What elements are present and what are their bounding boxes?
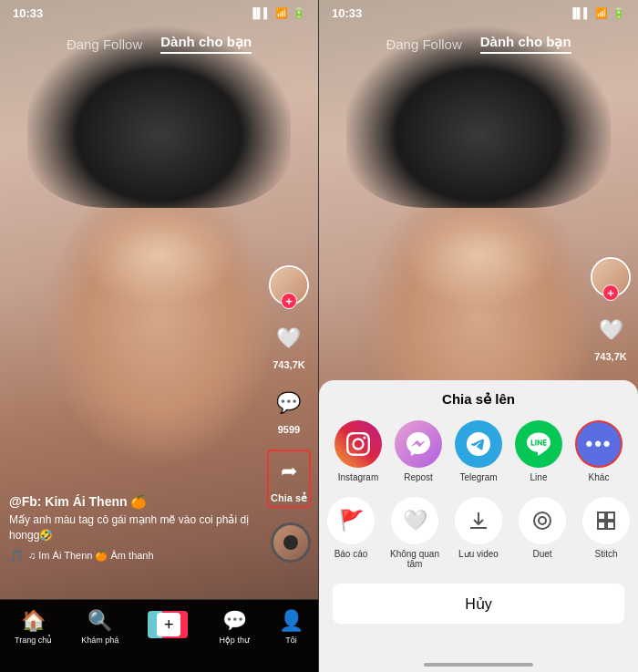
add-plus-icon: + — [157, 613, 180, 636]
top-nav: Đang Follow Dành cho bạn — [0, 26, 318, 62]
line-label: Line — [515, 472, 562, 482]
share-line[interactable]: Line — [515, 420, 562, 482]
left-screen: 10:33 ▐▌▌ 📶 🔋 Đang Follow Dành cho bạn +… — [0, 0, 319, 672]
right-screen: 10:33 ▐▌▌ 📶 🔋 Đang Follow Dành cho bạn +… — [319, 0, 638, 672]
action-report[interactable]: 🚩 Báo cáo — [327, 497, 375, 569]
video-caption: Mấy anh màu tag cô gái mạnh mẽ vào coi p… — [9, 512, 263, 543]
follow-plus-badge: + — [281, 293, 297, 309]
share-telegram[interactable]: Telegram — [455, 420, 502, 482]
messenger-icon — [395, 420, 442, 468]
save-video-icon — [455, 497, 502, 544]
cancel-button[interactable]: Hủy — [333, 584, 624, 624]
svg-rect-4 — [598, 522, 605, 529]
action-not-interested[interactable]: 🤍 Không quan tâm — [391, 497, 438, 569]
telegram-icon — [455, 420, 502, 468]
action-options-row: 🚩 Báo cáo 🤍 Không quan tâm Lưu video — [319, 497, 638, 569]
bottom-navigation: 🏠 Trang chủ 🔍 Khám phá + 💬 Hộp thư 👤 Tôi — [0, 599, 318, 672]
instagram-label: Instagram — [334, 472, 382, 482]
svg-point-0 — [534, 512, 551, 529]
nav-home[interactable]: 🏠 Trang chủ — [15, 609, 52, 645]
follow-plus-badge-right: + — [602, 284, 619, 301]
status-icons-right: ▐▌▌ 📶 🔋 — [570, 7, 625, 19]
profile-label: Tôi — [285, 636, 297, 645]
line-icon — [515, 420, 562, 468]
action-save-video[interactable]: Lưu video — [455, 497, 502, 569]
svg-rect-5 — [607, 522, 614, 529]
battery-icon-right: 🔋 — [612, 7, 625, 19]
duet-label: Duet — [515, 549, 570, 559]
share-more[interactable]: ••• Khác — [575, 420, 623, 482]
creator-avatar-right[interactable]: + — [591, 257, 631, 297]
heart-icon-right: 🤍 — [592, 312, 629, 348]
nav-following[interactable]: Đang Follow — [67, 36, 142, 52]
profile-icon: 👤 — [279, 609, 304, 633]
share-label: Chia sẻ — [271, 492, 307, 504]
like-count-right: 743,7K — [594, 351, 626, 362]
like-count: 743,7K — [273, 359, 304, 370]
comment-button[interactable]: 💬 9599 — [271, 385, 307, 435]
svg-rect-3 — [607, 512, 614, 520]
status-bar: 10:33 ▐▌▌ 📶 🔋 — [0, 0, 318, 26]
music-text: ♫ Im Ái Thenn 🍊 Âm thanh — [28, 550, 154, 562]
action-stitch[interactable]: Stitch — [582, 497, 630, 569]
status-icons: ▐▌▌ 📶 🔋 — [250, 7, 305, 19]
report-icon: 🚩 — [327, 497, 375, 544]
not-interested-icon: 🤍 — [391, 497, 438, 544]
nav-add[interactable]: + — [148, 609, 190, 638]
add-button-inner: + — [148, 611, 190, 638]
inbox-icon: 💬 — [222, 609, 247, 633]
wifi-icon-right: 📶 — [595, 7, 608, 19]
comment-icon: 💬 — [271, 385, 307, 421]
nav-profile[interactable]: 👤 Tôi — [279, 609, 304, 645]
top-nav-right: Đang Follow Dành cho bạn — [319, 26, 638, 62]
right-sidebar: + 🤍 743,7K 💬 9599 ➦ Chia sẻ — [267, 265, 311, 508]
wifi-icon: 📶 — [275, 7, 288, 19]
not-interested-label: Không quan tâm — [387, 549, 442, 569]
more-icon: ••• — [575, 420, 623, 468]
share-button[interactable]: ➦ Chia sẻ — [267, 450, 311, 508]
right-sidebar-right: + 🤍 743,7K — [591, 257, 631, 362]
share-panel: Chia sẻ lên Instagram Repost — [319, 380, 638, 672]
creator-username: @Fb: Kim Ái Thenn 🍊 — [9, 494, 263, 509]
home-label: Trang chủ — [15, 636, 52, 645]
status-time: 10:33 — [13, 6, 43, 20]
stitch-icon — [582, 497, 630, 544]
music-info: 🎵 ♫ Im Ái Thenn 🍊 Âm thanh — [9, 549, 263, 563]
heart-icon: 🤍 — [271, 320, 307, 357]
explore-label: Khám phá — [81, 636, 118, 645]
share-panel-title: Chia sẻ lên — [442, 391, 515, 408]
status-bar-right: 10:33 ▐▌▌ 📶 🔋 — [319, 0, 638, 26]
svg-point-1 — [539, 517, 546, 524]
music-note-icon: 🎵 — [9, 549, 24, 563]
like-button[interactable]: 🤍 743,7K — [271, 320, 307, 370]
share-icon: ➦ — [271, 453, 307, 490]
home-indicator — [424, 663, 533, 667]
cancel-label: Hủy — [465, 595, 492, 613]
nav-inbox[interactable]: 💬 Hộp thư — [219, 609, 250, 645]
stitch-label: Stitch — [579, 549, 633, 559]
telegram-label: Telegram — [455, 472, 502, 482]
search-icon: 🔍 — [87, 609, 112, 633]
repost-label: Repost — [395, 472, 442, 482]
action-duet[interactable]: Duet — [519, 497, 566, 569]
music-disc — [271, 522, 311, 563]
nav-explore[interactable]: 🔍 Khám phá — [81, 609, 118, 645]
inbox-label: Hộp thư — [219, 636, 250, 645]
share-options-row: Instagram Repost Telegram — [325, 420, 632, 482]
video-info: @Fb: Kim Ái Thenn 🍊 Mấy anh màu tag cô g… — [9, 494, 263, 563]
home-icon: 🏠 — [21, 609, 46, 633]
signal-icon: ▐▌▌ — [250, 7, 271, 18]
svg-rect-2 — [598, 512, 605, 520]
nav-for-you[interactable]: Dành cho bạn — [160, 34, 252, 54]
more-label: Khác — [575, 472, 623, 482]
like-button-right[interactable]: 🤍 743,7K — [592, 312, 629, 362]
report-label: Báo cáo — [324, 549, 378, 559]
battery-icon: 🔋 — [293, 7, 305, 19]
share-repost[interactable]: Repost — [395, 420, 442, 482]
save-video-label: Lưu video — [451, 549, 506, 559]
creator-avatar[interactable]: + — [269, 265, 309, 305]
comment-count: 9599 — [278, 424, 300, 435]
share-instagram[interactable]: Instagram — [334, 420, 382, 482]
nav-for-you-right[interactable]: Dành cho bạn — [480, 34, 571, 54]
nav-following-right[interactable]: Đang Follow — [386, 36, 461, 52]
